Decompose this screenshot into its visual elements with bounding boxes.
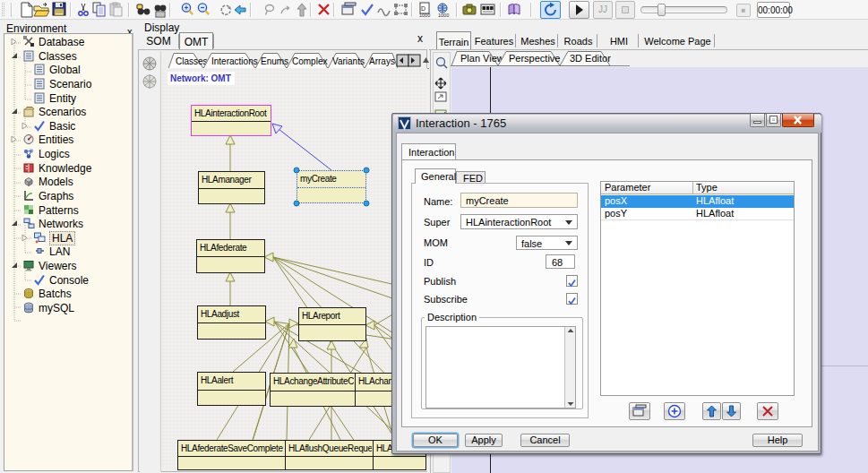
svg-text:D: D bbox=[421, 5, 425, 12]
svg-text:Complex: Complex bbox=[292, 56, 327, 66]
svg-text:Perspective: Perspective bbox=[509, 53, 560, 64]
svg-text:Interactions: Interactions bbox=[211, 56, 258, 66]
svg-text:Variants: Variants bbox=[332, 56, 365, 66]
svg-text:Arrays: Arrays bbox=[369, 56, 395, 66]
svg-text:Classes: Classes bbox=[176, 56, 208, 66]
svg-text:1000: 1000 bbox=[438, 13, 449, 18]
svg-text:Enums: Enums bbox=[261, 56, 288, 66]
svg-text:3D Editor: 3D Editor bbox=[570, 53, 611, 64]
svg-text:Plan View: Plan View bbox=[460, 53, 504, 64]
svg-text:1000: 1000 bbox=[419, 13, 430, 18]
